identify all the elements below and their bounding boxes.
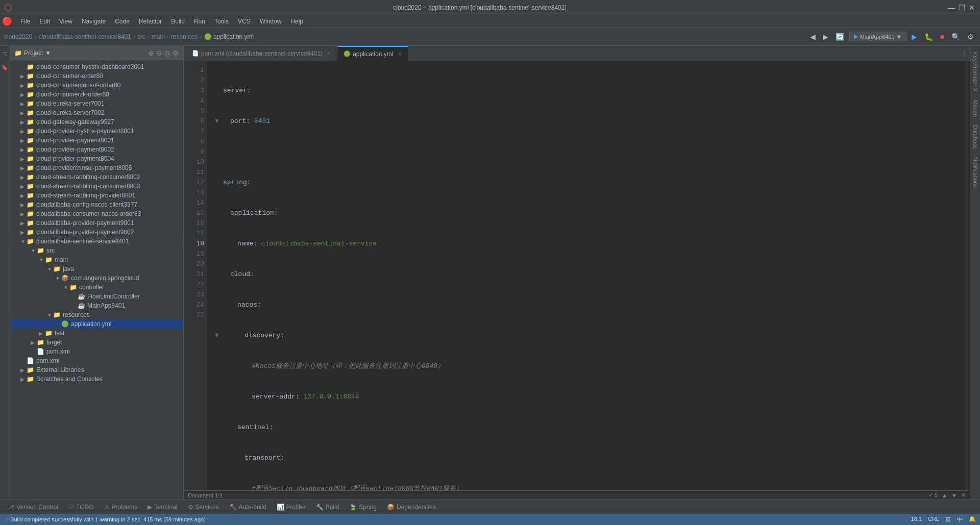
list-item[interactable]: ▼ 📦 com.angenin.springcloud xyxy=(10,273,183,283)
list-item[interactable]: ▼ 📁 cloudalibaba-sentinel-service8401 xyxy=(10,237,183,246)
menu-navigate[interactable]: Navigate xyxy=(78,17,110,26)
collapse-all-icon[interactable]: ⊖ xyxy=(156,49,162,57)
list-item[interactable]: ▶ 📁 cloud-stream-rabbitmq-consumer8802 xyxy=(10,172,183,182)
project-icon[interactable]: P xyxy=(2,50,8,58)
list-item[interactable]: ▼ 📁 java xyxy=(10,264,183,273)
encoding[interactable]: CRL xyxy=(928,516,939,523)
list-item[interactable]: ▶ 📁 cloud-provider-payment8001 xyxy=(10,136,183,145)
list-item[interactable]: ▶ 📁 cloudalibaba-consumer-nacos-order83 xyxy=(10,209,183,218)
tab-application-yml[interactable]: 🟢 application.yml ✕ xyxy=(337,46,408,61)
refresh-button[interactable]: 🔄 xyxy=(834,32,846,42)
menu-tools[interactable]: Tools xyxy=(210,17,233,26)
auto-build-tab[interactable]: 🔨 Auto-build xyxy=(224,500,272,514)
menu-help[interactable]: Help xyxy=(286,17,307,26)
list-item[interactable]: ☕ MainApp8401 xyxy=(10,301,183,310)
spring-tab[interactable]: 🍃 Spring xyxy=(344,500,382,514)
list-item[interactable]: ▶ 📁 cloud-provider-hystrix-payment8001 xyxy=(10,127,183,136)
list-item[interactable]: ▶ 📁 cloud-consumerzk-order80 xyxy=(10,90,183,99)
menu-refactor[interactable]: Refactor xyxy=(135,17,166,26)
menu-code[interactable]: Code xyxy=(111,17,134,26)
list-item[interactable]: 🟢 application.yml xyxy=(10,319,183,329)
profiler-tab[interactable]: 📊 Profiler xyxy=(272,500,311,514)
forward-button[interactable]: ▶ xyxy=(821,32,830,42)
list-item[interactable]: ▶ 📁 cloudalibaba-provider-payment9002 xyxy=(10,228,183,237)
menu-view[interactable]: View xyxy=(55,17,77,26)
breadcrumb-src[interactable]: src xyxy=(137,33,145,40)
debug-button[interactable]: 🐛 xyxy=(922,32,935,42)
list-item[interactable]: ▶ 📁 target xyxy=(10,338,183,347)
close-button[interactable]: ✕ xyxy=(968,4,976,12)
todo-tab[interactable]: ☑ TODO xyxy=(63,500,99,514)
list-item[interactable]: ▶ 📁 test xyxy=(10,329,183,338)
editor-scrollbar[interactable] xyxy=(965,61,970,490)
terminal-tab[interactable]: ▶ Terminal xyxy=(142,500,182,514)
breadcrumb-resources[interactable]: resources xyxy=(171,33,198,40)
problems-tab[interactable]: ⚠ Problems xyxy=(99,500,143,514)
minimize-button[interactable]: — xyxy=(947,4,955,12)
maximize-button[interactable]: ❐ xyxy=(958,4,966,12)
stop-button[interactable]: ■ xyxy=(938,32,946,42)
build-tab[interactable]: 🔧 Build xyxy=(311,500,345,514)
breadcrumb-main[interactable]: main xyxy=(152,33,165,40)
list-item[interactable]: ▼ 📁 src xyxy=(10,246,183,255)
expand-all-icon[interactable]: ⊕ xyxy=(148,49,154,57)
services-tab[interactable]: ⚙ Services xyxy=(183,500,224,514)
list-item[interactable]: 📄 pom.xml xyxy=(10,347,183,356)
notifications-tab[interactable]: Notifications xyxy=(971,155,979,190)
tab-yaml-close[interactable]: ✕ xyxy=(398,51,402,57)
list-item[interactable]: ▶ 📁 cloud-providerconsul-payment8006 xyxy=(10,163,183,172)
list-item[interactable]: 📄 pom.xml xyxy=(10,356,183,365)
tab-pom-close[interactable]: ✕ xyxy=(327,51,331,56)
list-item[interactable]: ▶ 📁 cloud-gateway-gateway9527 xyxy=(10,117,183,127)
dependencies-tab[interactable]: 📦 Dependencies xyxy=(382,500,441,514)
list-item[interactable]: ▶ 📁 cloudalibaba-config-nacos-client3377 xyxy=(10,200,183,209)
nav-up[interactable]: ▲ xyxy=(942,492,947,498)
settings-icon[interactable]: ⚙ xyxy=(173,49,179,57)
list-item[interactable]: ▶ 📁 cloud-stream-rabbitmq-provider8801 xyxy=(10,191,183,200)
run-config-selector[interactable]: ▶ MainApp8401 ▼ xyxy=(849,32,906,41)
menu-run[interactable]: Run xyxy=(190,17,209,26)
list-item[interactable]: ▶ 📁 Scratches and Consoles xyxy=(10,374,183,384)
editor-settings-button[interactable]: ⋮ xyxy=(961,49,968,58)
code-content[interactable]: server: ▼port: 8401 spring: application:… xyxy=(207,61,965,490)
list-item[interactable]: ▼ 📁 resources xyxy=(10,310,183,319)
back-button[interactable]: ◀ xyxy=(808,32,818,42)
breadcrumb-project[interactable]: cloud2020 xyxy=(4,33,32,40)
key-promoter-tab[interactable]: Key Promoter X xyxy=(971,50,979,94)
list-item[interactable]: ▶ 📁 cloud-stream-rabbitmq-consumer8803 xyxy=(10,182,183,191)
menu-file[interactable]: File xyxy=(16,17,34,26)
bookmark-icon[interactable]: 🔖 xyxy=(2,62,8,72)
list-item[interactable]: ▼ 📁 controller xyxy=(10,283,183,292)
list-item[interactable]: ▶ 📁 cloud-eureka-server7001 xyxy=(10,99,183,108)
menu-vcs[interactable]: VCS xyxy=(234,17,255,26)
search-button[interactable]: 🔍 xyxy=(949,32,962,42)
cursor-position[interactable]: 18:1 xyxy=(911,516,922,523)
list-item[interactable]: ☕ FlowLimitController xyxy=(10,292,183,301)
scope-icon[interactable]: ◎ xyxy=(164,49,170,57)
list-item[interactable]: 📁 cloud-consumer-hystrix-dashboard3001 xyxy=(10,62,183,71)
list-item[interactable]: ▶ 📁 cloud-eureka-server7002 xyxy=(10,108,183,117)
run-button[interactable]: ▶ xyxy=(910,32,919,42)
menu-window[interactable]: Window xyxy=(256,17,286,26)
menu-build[interactable]: Build xyxy=(167,17,189,26)
notification-icon[interactable]: 🔔 xyxy=(969,516,976,523)
list-item[interactable]: ▶ 📁 cloud-provider-payment8002 xyxy=(10,145,183,154)
list-item[interactable]: ▶ 📁 cloud-consumerconsul-order80 xyxy=(10,81,183,90)
list-item[interactable]: ▶ 📁 cloud-provider-payment8004 xyxy=(10,154,183,163)
list-item[interactable]: ▼ 📁 main xyxy=(10,255,183,264)
tab-pom[interactable]: 📄 pom.xml (cloudalibaba-sentinel-service… xyxy=(186,46,337,61)
database-tab[interactable]: Database xyxy=(971,123,979,151)
breadcrumb-file[interactable]: 🟢 application.yml xyxy=(204,33,254,40)
version-control-tab[interactable]: ⎇ Version Control xyxy=(2,500,63,514)
dropdown-icon[interactable]: ▼ xyxy=(45,49,51,57)
nav-close[interactable]: ✕ xyxy=(961,492,966,498)
list-item[interactable]: ▶ 📁 cloud-consumer-order80 xyxy=(10,71,183,81)
list-item[interactable]: ▶ 📁 External Libraries xyxy=(10,365,183,374)
code-editor[interactable]: 1 2 3 4 5 6 7 8 9 10 11 12 13 14 15 16 1… xyxy=(184,61,970,490)
nav-down[interactable]: ▼ xyxy=(951,492,957,498)
list-item[interactable]: ▶ 📁 cloudalibaba-provider-payment9001 xyxy=(10,218,183,228)
breadcrumb-module[interactable]: cloudalibaba-sentinel-service8401 xyxy=(38,33,131,40)
menu-edit[interactable]: Edit xyxy=(35,17,54,26)
settings-button[interactable]: ⚙ xyxy=(965,32,976,42)
maven-tab[interactable]: Maven xyxy=(971,98,979,119)
